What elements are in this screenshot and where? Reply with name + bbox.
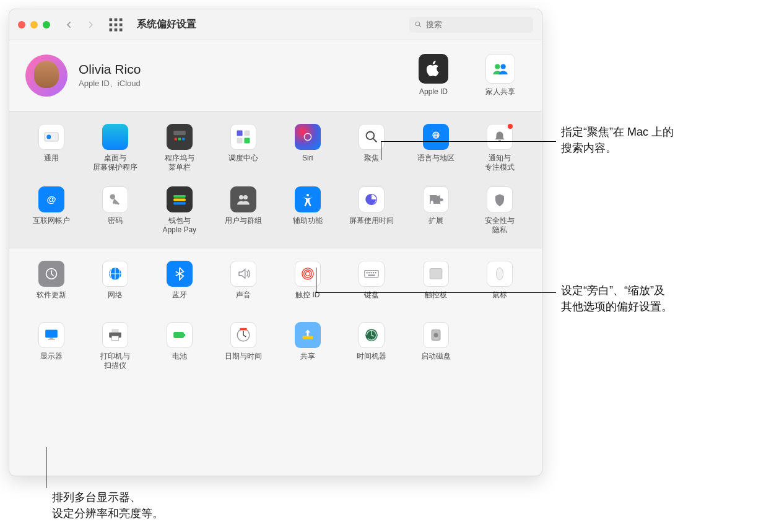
- svg-rect-14: [109, 131, 121, 143]
- close-button[interactable]: [18, 21, 25, 28]
- show-all-button[interactable]: [107, 16, 124, 33]
- svg-rect-46: [368, 274, 375, 276]
- personal-section: 通用桌面与 屏幕保护程序程序坞与 菜单栏调度中心Siri聚焦语言与地区通知与 专…: [9, 111, 542, 248]
- pref-startup[interactable]: 启动磁盘: [404, 322, 468, 371]
- svg-rect-52: [112, 329, 119, 333]
- startup-icon: [423, 322, 449, 348]
- users-icon: [230, 186, 256, 212]
- back-button[interactable]: [61, 17, 77, 33]
- extensions-label: 扩展: [428, 216, 443, 234]
- svg-rect-47: [430, 269, 442, 279]
- window-controls: [18, 21, 50, 28]
- svg-rect-45: [375, 272, 376, 273]
- family-icon: [485, 54, 515, 84]
- search-input[interactable]: [426, 20, 528, 29]
- pref-general[interactable]: 通用: [19, 124, 84, 173]
- pref-sound[interactable]: 声音: [212, 261, 276, 308]
- general-icon: [38, 124, 64, 150]
- pref-wallet[interactable]: 钱包与 Apple Pay: [147, 186, 212, 235]
- pref-notify[interactable]: 通知与 专注模式: [468, 124, 533, 173]
- svg-rect-5: [120, 23, 123, 26]
- pref-a11y[interactable]: 辅助功能: [276, 186, 340, 235]
- dock-icon: [167, 124, 193, 150]
- pref-displays[interactable]: 显示器: [19, 322, 84, 371]
- badge-icon: [507, 123, 514, 130]
- touchid-label: 触控 ID: [295, 290, 320, 308]
- pref-update[interactable]: 软件更新: [19, 261, 84, 308]
- svg-rect-21: [237, 137, 243, 143]
- pref-trackpad[interactable]: 触控板: [404, 261, 468, 308]
- pref-timemachine[interactable]: 时间机器: [340, 322, 404, 371]
- pref-desktop[interactable]: 桌面与 屏幕保护程序: [84, 124, 148, 173]
- pref-spotlight[interactable]: 聚焦: [340, 124, 404, 173]
- svg-rect-8: [120, 28, 123, 31]
- pref-users[interactable]: 用户与群组: [212, 186, 276, 235]
- pref-screentime[interactable]: 屏幕使用时间: [340, 186, 404, 235]
- pref-passwords[interactable]: 密码: [84, 186, 148, 235]
- general-label: 通用: [44, 154, 59, 172]
- forward-button[interactable]: [82, 17, 98, 33]
- pref-network[interactable]: 网络: [84, 261, 148, 308]
- battery-label: 电池: [172, 352, 187, 370]
- zoom-button[interactable]: [43, 21, 50, 28]
- svg-rect-1: [115, 18, 118, 21]
- siri-label: Siri: [302, 154, 313, 172]
- spotlight-label: 聚焦: [364, 154, 379, 172]
- pref-language[interactable]: 语言与地区: [404, 124, 468, 173]
- account-name: Olivia Rico: [79, 62, 141, 77]
- svg-rect-58: [240, 328, 247, 331]
- account-text[interactable]: Olivia Rico Apple ID、iCloud: [79, 62, 141, 89]
- apple-id-button[interactable]: Apple ID: [408, 54, 459, 97]
- account-subtitle: Apple ID、iCloud: [79, 78, 141, 89]
- callout-line: [316, 268, 316, 292]
- pref-bluetooth[interactable]: 蓝牙: [147, 261, 212, 308]
- notify-icon: [487, 124, 513, 150]
- pref-internet[interactable]: @互联网帐户: [19, 186, 84, 235]
- timemachine-icon: [359, 322, 385, 348]
- pref-touchid[interactable]: 触控 ID: [276, 261, 340, 308]
- family-sharing-button[interactable]: 家人共享: [475, 54, 526, 97]
- pref-security[interactable]: 安全性与 隐私: [468, 186, 533, 235]
- trackpad-label: 触控板: [425, 290, 447, 308]
- timemachine-label: 时间机器: [357, 352, 386, 370]
- desktop-label: 桌面与 屏幕保护程序: [93, 154, 137, 173]
- svg-rect-28: [173, 195, 186, 198]
- apple-id-label: Apple ID: [419, 87, 448, 97]
- startup-label: 启动磁盘: [421, 352, 451, 370]
- pref-siri[interactable]: Siri: [276, 124, 340, 173]
- svg-point-13: [46, 134, 51, 139]
- callout-spotlight: 指定“聚焦”在 Mac 上的 搜索内容。: [561, 124, 674, 156]
- pref-extensions[interactable]: 扩展: [404, 186, 468, 235]
- callout-line: [381, 141, 381, 160]
- pref-mouse[interactable]: 鼠标: [468, 261, 533, 308]
- wallet-icon: [167, 186, 193, 212]
- a11y-icon: [295, 186, 321, 212]
- minimize-button[interactable]: [30, 21, 38, 28]
- pref-keyboard[interactable]: 键盘: [340, 261, 404, 308]
- hardware-section: 软件更新网络蓝牙声音触控 ID键盘触控板鼠标显示器打印机与 扫描仪电池日期与时间…: [9, 248, 542, 383]
- svg-rect-22: [245, 137, 250, 143]
- svg-rect-29: [173, 198, 186, 201]
- svg-rect-6: [110, 28, 113, 31]
- pref-dock[interactable]: 程序坞与 菜单栏: [147, 124, 212, 173]
- svg-rect-42: [368, 272, 370, 273]
- update-icon: [38, 261, 64, 287]
- svg-rect-16: [174, 137, 176, 140]
- callout-line: [316, 292, 556, 293]
- pref-sharing[interactable]: 共享: [276, 322, 340, 371]
- svg-point-33: [307, 194, 309, 196]
- svg-point-38: [303, 270, 311, 278]
- pref-printers[interactable]: 打印机与 扫描仪: [84, 322, 148, 371]
- apple-logo-icon: [419, 54, 448, 84]
- pref-mission[interactable]: 调度中心: [212, 124, 276, 173]
- svg-point-39: [305, 271, 310, 276]
- system-preferences-window: 系统偏好设置 Olivia Rico Apple ID、iCloud Apple…: [9, 9, 542, 476]
- search-field[interactable]: [409, 17, 533, 33]
- svg-rect-20: [245, 130, 250, 136]
- avatar[interactable]: [25, 55, 67, 97]
- displays-label: 显示器: [40, 352, 63, 370]
- pref-battery[interactable]: 电池: [147, 322, 212, 371]
- apple-id-header: Olivia Rico Apple ID、iCloud Apple ID 家人共…: [9, 40, 542, 111]
- pref-datetime[interactable]: 日期与时间: [212, 322, 276, 371]
- displays-icon: [38, 322, 64, 348]
